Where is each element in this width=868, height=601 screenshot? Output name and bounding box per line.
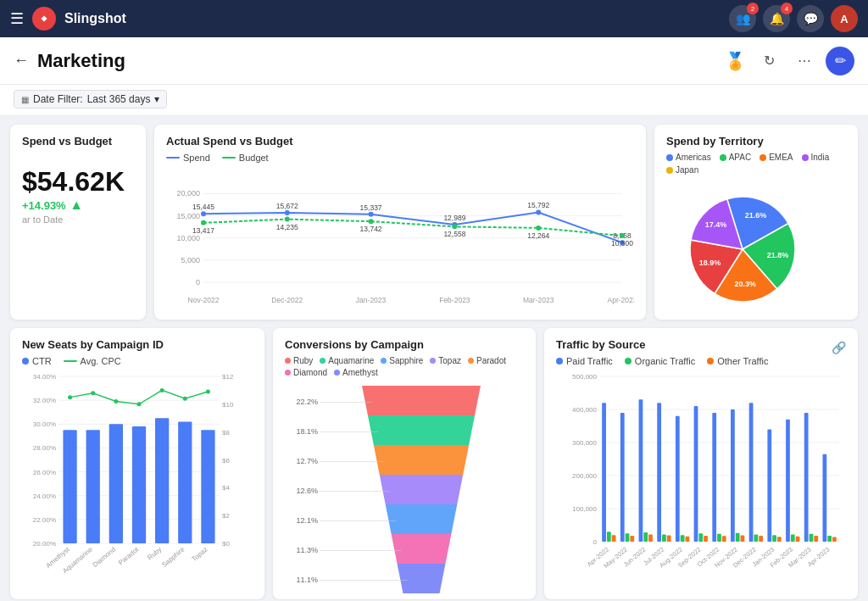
- svg-rect-167: [804, 413, 809, 542]
- hamburger-menu[interactable]: ☰: [10, 9, 24, 28]
- svg-rect-168: [810, 534, 814, 542]
- spend-sub: ar to Date: [22, 214, 134, 225]
- topaz-dot: [430, 358, 436, 364]
- legend-other: Other Traffic: [707, 356, 768, 366]
- actual-spend-legend: Spend Budget: [166, 153, 634, 163]
- legend-aquamarine: Aquamarine: [320, 356, 374, 365]
- svg-text:10,500: 10,500: [611, 239, 633, 248]
- actual-spend-title: Actual Spend vs Budget: [166, 135, 634, 147]
- svg-text:Jan-2023: Jan-2023: [356, 296, 387, 304]
- svg-rect-152: [736, 533, 740, 542]
- svg-rect-75: [201, 430, 214, 543]
- new-seats-chart: 20.00%22.00%24.00%26.00%28.00%30.00%32.0…: [22, 370, 253, 586]
- territory-legend: Americas APAC EMEA India Japan: [666, 153, 846, 175]
- svg-rect-164: [791, 534, 795, 542]
- legend-budget: Budget: [222, 153, 269, 163]
- traffic-card: Traffic by Source 🔗 Paid Traffic Organic…: [544, 328, 858, 599]
- user-avatar[interactable]: A: [831, 5, 858, 32]
- spend-legend-line: [166, 157, 180, 159]
- svg-text:300,000: 300,000: [572, 439, 597, 447]
- dashboard: Spend vs Budget $54.62K +14.93% ▲ ar to …: [0, 116, 868, 600]
- svg-text:11.3%: 11.3%: [296, 546, 318, 554]
- svg-text:22.00%: 22.00%: [33, 516, 56, 524]
- svg-text:100,000: 100,000: [572, 505, 597, 513]
- aquamarine-dot: [320, 358, 326, 364]
- legend-ruby: Ruby: [285, 356, 313, 365]
- svg-rect-145: [704, 536, 708, 542]
- svg-rect-151: [731, 409, 735, 542]
- legend-india: India: [802, 153, 830, 162]
- notification-btn[interactable]: 🔔 4: [763, 5, 790, 32]
- svg-text:Diamond: Diamond: [92, 546, 117, 569]
- americas-dot: [666, 154, 673, 161]
- japan-dot: [666, 167, 673, 174]
- svg-rect-69: [63, 430, 76, 543]
- ctr-legend-label: CTR: [32, 356, 52, 366]
- date-filter-label: Date Filter:: [33, 93, 83, 105]
- territory-card: Spend by Territory Americas APAC EMEA In…: [654, 125, 858, 320]
- people-badge: 2: [747, 3, 759, 14]
- edit-button[interactable]: ✏: [826, 47, 854, 75]
- svg-text:22.2%: 22.2%: [296, 398, 318, 406]
- header-actions: ↻ ⋯ ✏: [754, 47, 854, 75]
- svg-text:Dec-2022: Dec-2022: [271, 296, 303, 304]
- legend-avg-cpc: Avg. CPC: [64, 356, 121, 366]
- paradot-label: Paradot: [476, 356, 506, 365]
- legend-ctr: CTR: [22, 356, 52, 366]
- india-label: India: [811, 153, 830, 162]
- conversions-title: Conversions by Campaign: [285, 338, 524, 351]
- traffic-title: Traffic by Source: [556, 338, 645, 351]
- americas-label: Americas: [676, 153, 711, 162]
- legend-paid: Paid Traffic: [556, 356, 613, 366]
- emea-label: EMEA: [769, 153, 793, 162]
- svg-rect-129: [630, 536, 634, 542]
- svg-rect-171: [822, 454, 826, 542]
- svg-rect-132: [643, 532, 648, 542]
- svg-point-80: [160, 388, 164, 392]
- paid-legend-label: Paid Traffic: [566, 356, 613, 366]
- japan-label: Japan: [676, 165, 698, 175]
- svg-text:21.8%: 21.8%: [767, 251, 789, 259]
- diamond-label: Diamond: [293, 368, 327, 377]
- svg-rect-136: [662, 534, 666, 542]
- svg-rect-163: [786, 420, 790, 542]
- filter-icon: ▦: [21, 95, 29, 104]
- other-legend-label: Other Traffic: [717, 356, 768, 366]
- legend-apac: APAC: [720, 153, 752, 162]
- svg-rect-74: [178, 421, 192, 543]
- ruby-dot: [285, 358, 291, 364]
- chat-btn[interactable]: 💬: [797, 5, 824, 32]
- people-icon-btn[interactable]: 👥 2: [729, 5, 756, 32]
- svg-text:Ruby: Ruby: [146, 546, 163, 562]
- amethyst-dot: [334, 370, 340, 376]
- other-legend-dot: [707, 358, 714, 364]
- svg-rect-172: [827, 536, 832, 542]
- traffic-chart: 0100,000200,000300,000400,000500,000Apr-…: [556, 370, 846, 586]
- svg-text:26.00%: 26.00%: [33, 469, 56, 476]
- svg-rect-161: [777, 537, 782, 542]
- legend-paradot: Paradot: [468, 356, 506, 365]
- svg-rect-141: [685, 537, 689, 542]
- spend-change: +14.93%: [22, 199, 66, 212]
- back-button[interactable]: ←: [14, 52, 29, 70]
- refresh-button[interactable]: ↻: [754, 47, 783, 75]
- legend-topaz: Topaz: [430, 356, 461, 365]
- svg-point-31: [285, 217, 290, 222]
- ctr-legend-dot: [22, 358, 29, 364]
- svg-point-25: [536, 209, 541, 214]
- svg-rect-140: [681, 535, 685, 542]
- ruby-label: Ruby: [293, 356, 313, 365]
- spend-vs-budget-card: Spend vs Budget $54.62K +14.93% ▲ ar to …: [10, 125, 146, 320]
- date-filter-button[interactable]: ▦ Date Filter: Last 365 days ▾: [14, 90, 167, 109]
- more-button[interactable]: ⋯: [790, 47, 819, 75]
- topaz-label: Topaz: [438, 356, 461, 365]
- svg-text:15,445: 15,445: [192, 203, 214, 211]
- conversions-card: Conversions by Campaign Ruby Aquamarine …: [273, 328, 536, 599]
- svg-marker-108: [398, 564, 446, 593]
- svg-rect-73: [155, 418, 169, 543]
- svg-text:12.7%: 12.7%: [296, 457, 318, 465]
- chevron-down-icon: ▾: [154, 93, 159, 105]
- svg-rect-156: [754, 534, 758, 542]
- filter-bar: ▦ Date Filter: Last 365 days ▾: [0, 85, 868, 116]
- svg-text:200,000: 200,000: [572, 472, 597, 480]
